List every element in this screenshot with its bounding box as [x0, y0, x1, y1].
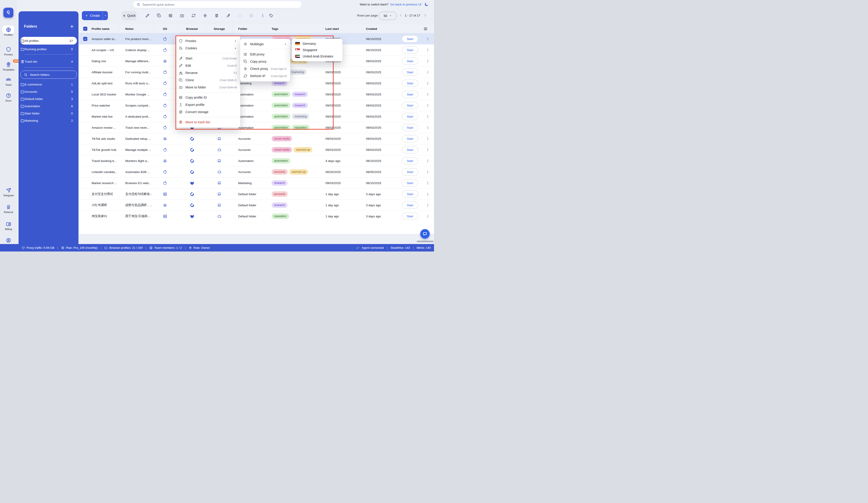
refresh-toolbar-icon[interactable]: [191, 13, 196, 18]
column-header-folder[interactable]: Folder: [232, 24, 265, 33]
profile-name-cell[interactable]: AdLab split test: [92, 78, 119, 89]
column-settings-icon[interactable]: [423, 27, 428, 31]
tag-pill[interactable]: research: [272, 180, 288, 186]
go-back-previous-ui-link[interactable]: Go back to previous UI: [390, 3, 421, 6]
create-profile-button[interactable]: Create: [82, 11, 108, 20]
country-menu-item-ae[interactable]: United Arab Emirates: [292, 53, 342, 60]
support-chat-button[interactable]: [420, 229, 430, 239]
row-kebab-menu-icon[interactable]: [426, 59, 430, 63]
pagination-next-icon[interactable]: [423, 13, 427, 17]
global-search-input[interactable]: Search/AI quick actions: [133, 1, 302, 8]
profile-name-cell[interactable]: Affiliate booster: [92, 67, 119, 78]
table-row[interactable]: TikTok ads studioDedicated setup ...Acco…: [79, 133, 434, 144]
column-header-last-start[interactable]: Last start: [323, 24, 363, 33]
tag-pill[interactable]: warmed up: [289, 169, 308, 175]
sidebar-item-templates[interactable]: NEWTemplates: [0, 62, 17, 71]
profile-name-cell[interactable]: Price watcher: [92, 100, 119, 111]
start-profile-button[interactable]: Start: [402, 191, 418, 198]
profile-name-cell[interactable]: Travel booking b...: [92, 155, 119, 166]
column-header-profile-name[interactable]: Profile name: [92, 24, 119, 33]
start-profile-button[interactable]: Start: [402, 91, 418, 98]
sidebar-item-billing[interactable]: Billing: [0, 221, 17, 230]
idcard-toolbar-icon[interactable]: [168, 13, 173, 18]
tag-pill[interactable]: social media: [272, 136, 292, 141]
start-profile-button[interactable]: Start: [402, 124, 418, 131]
dots-toolbar-icon[interactable]: [260, 13, 265, 18]
row-kebab-menu-icon[interactable]: [426, 104, 430, 107]
start-profile-button[interactable]: Start: [402, 157, 418, 164]
row-kebab-menu-icon[interactable]: [426, 159, 430, 163]
folder-item-all-profiles[interactable]: All profiles17: [20, 37, 77, 44]
sidebar-item-referral[interactable]: Referral: [0, 204, 17, 214]
profile-name-cell[interactable]: Local SEO tracker: [92, 89, 119, 100]
profile-name-cell[interactable]: 淘宝商家01: [92, 211, 119, 222]
start-profile-button[interactable]: Start: [402, 58, 418, 65]
row-kebab-menu-icon[interactable]: [426, 137, 430, 141]
app-logo[interactable]: [3, 8, 13, 18]
profile-name-cell[interactable]: TikTok ads studio: [92, 133, 119, 144]
start-profile-button[interactable]: Start: [402, 135, 418, 142]
tag-pill[interactable]: research: [272, 203, 288, 208]
tag-pill[interactable]: accounts: [272, 191, 288, 197]
profile-name-cell[interactable]: Dating mix: [92, 55, 119, 66]
table-row[interactable]: 淘宝商家01用于淘宝/天猫商...Default folderreputatio…: [79, 211, 434, 222]
table-row[interactable]: Market research ...Browses EU web...Mark…: [79, 177, 434, 188]
clone-toolbar-icon[interactable]: [157, 13, 161, 18]
row-kebab-menu-icon[interactable]: [426, 192, 430, 196]
column-header-os[interactable]: OS: [152, 24, 178, 33]
row-checkbox[interactable]: [83, 37, 87, 41]
table-row[interactable]: TikTok growth hubManage multiple ...Acco…: [79, 144, 434, 155]
pagination-prev-icon[interactable]: [399, 13, 403, 17]
select-all-checkbox[interactable]: [83, 27, 87, 31]
row-kebab-menu-icon[interactable]: [426, 48, 430, 52]
start-profile-button[interactable]: Start: [402, 35, 418, 42]
profile-name-cell[interactable]: LinkedIn candida...: [92, 166, 119, 177]
sidebar-item-team[interactable]: Team: [0, 77, 17, 86]
column-header-tags[interactable]: Tags: [265, 24, 323, 33]
table-row[interactable]: 小红书调研趋势与竞品调研，...Default folderresearch1 …: [79, 199, 434, 211]
folder-item[interactable]: Marketing2: [20, 117, 77, 124]
tag-pill[interactable]: accounts: [272, 169, 288, 175]
column-header-notes[interactable]: Notes: [119, 24, 152, 33]
start-profile-button[interactable]: Start: [402, 213, 418, 220]
column-header-storage[interactable]: Storage: [206, 24, 232, 33]
row-kebab-menu-icon[interactable]: [426, 115, 430, 119]
start-profile-button[interactable]: Start: [402, 80, 418, 87]
row-kebab-menu-icon[interactable]: [426, 214, 430, 218]
folder-item[interactable]: Accounts5: [20, 88, 77, 95]
sidebar-item-proxies[interactable]: Proxies: [0, 47, 17, 56]
theme-toggle-moon-icon[interactable]: [424, 2, 429, 7]
sidebar-item-profiles[interactable]: Profiles: [0, 27, 17, 36]
tag-pill[interactable]: social media: [272, 147, 292, 152]
start-profile-button[interactable]: Start: [402, 47, 418, 54]
trash-toolbar-icon[interactable]: [214, 13, 219, 18]
row-kebab-menu-icon[interactable]: [426, 81, 430, 85]
sidebar-item-docs[interactable]: Docs: [0, 92, 17, 102]
row-kebab-menu-icon[interactable]: [426, 92, 430, 96]
profile-name-cell[interactable]: Amazon seller to...: [92, 33, 119, 44]
row-kebab-menu-icon[interactable]: [426, 148, 430, 152]
column-header-browser[interactable]: Browser: [178, 24, 206, 33]
rows-per-page-select[interactable]: 50: [379, 12, 397, 20]
start-profile-button[interactable]: Start: [402, 146, 418, 153]
sidebar-item-telegram[interactable]: Telegram: [0, 187, 17, 197]
profile-name-cell[interactable]: 小红书调研: [92, 200, 119, 211]
start-profile-button[interactable]: Start: [402, 168, 418, 175]
start-profile-button[interactable]: Start: [402, 202, 418, 209]
profile-name-cell[interactable]: 支付宝支付测试: [92, 189, 119, 199]
search-folders-input[interactable]: Search folders: [20, 71, 77, 79]
manage-tags-button[interactable]: [266, 11, 276, 21]
tag-pill[interactable]: reputation: [272, 214, 289, 219]
pin-toolbar-icon[interactable]: [203, 13, 207, 18]
start-profile-button[interactable]: Start: [402, 179, 418, 187]
row-kebab-menu-icon[interactable]: [426, 37, 430, 41]
table-row[interactable]: 支付宝支付测试支付流程与结账场...Default folderaccounts…: [79, 188, 434, 199]
profile-name-cell[interactable]: Market intel bot: [92, 111, 119, 122]
table-row[interactable]: Travel booking b...Monitors flight a...A…: [79, 155, 434, 166]
profile-name-cell[interactable]: Amazon review ...: [92, 122, 119, 133]
row-kebab-menu-icon[interactable]: [426, 203, 430, 207]
create-dropdown-caret-icon[interactable]: [104, 14, 107, 17]
row-kebab-menu-icon[interactable]: [426, 126, 430, 130]
folder-item[interactable]: Start folder0: [20, 110, 77, 117]
folder-item-running-profiles[interactable]: Running profiles0: [20, 45, 77, 53]
